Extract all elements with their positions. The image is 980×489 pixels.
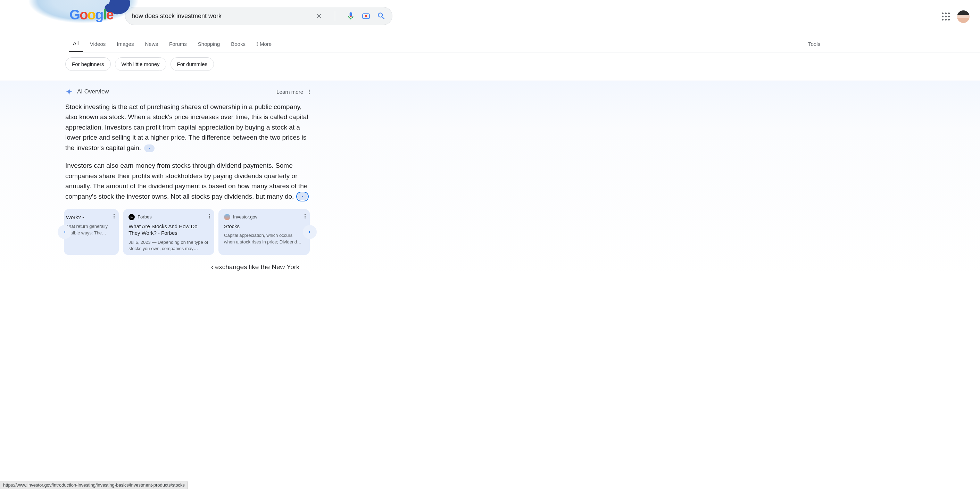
- chip-dummies[interactable]: For dummies: [170, 57, 214, 71]
- search-bar[interactable]: [125, 7, 392, 25]
- chip-beginners[interactable]: For beginners: [65, 57, 111, 71]
- card-site: Investor.gov: [233, 214, 257, 220]
- google-logo[interactable]: Google: [70, 7, 113, 22]
- avatar[interactable]: [957, 10, 970, 23]
- card-snippet: Capital appreciation, which occurs when …: [224, 233, 304, 245]
- ai-paragraph-1: Stock investing is the act of purchasing…: [65, 102, 310, 153]
- ai-menu-icon[interactable]: [309, 89, 310, 94]
- sparkle-icon: [65, 88, 73, 96]
- ai-overview-title: AI Overview: [77, 88, 109, 95]
- mic-icon[interactable]: [346, 11, 355, 21]
- collapse-button[interactable]: [297, 193, 308, 201]
- chip-little-money[interactable]: With little money: [115, 57, 166, 71]
- tab-images[interactable]: Images: [113, 36, 138, 52]
- more-label: More: [260, 41, 272, 47]
- google-doodle[interactable]: Google: [7, 0, 160, 31]
- investor-gov-favicon-icon: [224, 214, 230, 220]
- tab-all[interactable]: All: [69, 35, 83, 52]
- source-card[interactable]: Investor.gov Stocks Capital appreciation…: [218, 209, 310, 255]
- card-menu-icon[interactable]: [305, 214, 305, 218]
- source-card[interactable]: F Forbes What Are Stocks And How Do They…: [123, 209, 214, 255]
- tab-shopping[interactable]: Shopping: [194, 36, 224, 52]
- cutoff-text: ‹ exchanges like the New York: [65, 262, 310, 272]
- card-snippet: Jul 6, 2023 — Depending on the type of s…: [129, 239, 209, 252]
- chevron-right-icon: [307, 229, 312, 234]
- tabs-row: All Videos Images News Forums Shopping B…: [69, 35, 980, 53]
- source-cards-carousel: Work? - That return generally ossible wa…: [65, 209, 310, 255]
- chevron-down-icon: [148, 147, 151, 150]
- card-title: What Are Stocks And How Do They Work? - …: [129, 223, 209, 237]
- ai-overview-section: AI Overview Learn more Stock investing i…: [0, 81, 980, 272]
- clear-icon[interactable]: [315, 11, 324, 21]
- card-title: Stocks: [224, 223, 304, 230]
- svg-point-2: [368, 14, 368, 15]
- svg-point-1: [365, 15, 368, 17]
- tab-more[interactable]: More: [253, 36, 276, 52]
- tab-books[interactable]: Books: [227, 36, 250, 52]
- search-icon[interactable]: [377, 11, 386, 21]
- carousel-next-button[interactable]: [303, 225, 317, 239]
- carousel-prev-button[interactable]: [58, 225, 72, 239]
- apps-icon[interactable]: [942, 13, 950, 21]
- more-dots-icon: [257, 42, 258, 46]
- tab-forums[interactable]: Forums: [165, 36, 191, 52]
- card-menu-icon[interactable]: [113, 214, 115, 218]
- chevron-up-icon: [301, 195, 304, 198]
- tab-videos[interactable]: Videos: [86, 36, 110, 52]
- card-snippet: That return generally ossible ways: The…: [66, 223, 113, 236]
- card-menu-icon[interactable]: [209, 214, 210, 218]
- tools-button[interactable]: Tools: [808, 36, 820, 52]
- ai-paragraph-2: Investors can also earn money from stock…: [65, 161, 310, 201]
- card-site: Forbes: [137, 214, 151, 220]
- learn-more-link[interactable]: Learn more: [277, 89, 303, 95]
- card-title: Work? -: [66, 214, 113, 221]
- lens-icon[interactable]: [361, 11, 371, 21]
- source-card[interactable]: Work? - That return generally ossible wa…: [64, 209, 119, 255]
- expand-more-button[interactable]: [144, 145, 154, 152]
- chips-row: For beginners With little money For dumm…: [65, 57, 980, 71]
- forbes-favicon-icon: F: [129, 214, 135, 220]
- tab-news[interactable]: News: [141, 36, 162, 52]
- chevron-left-icon: [62, 229, 67, 234]
